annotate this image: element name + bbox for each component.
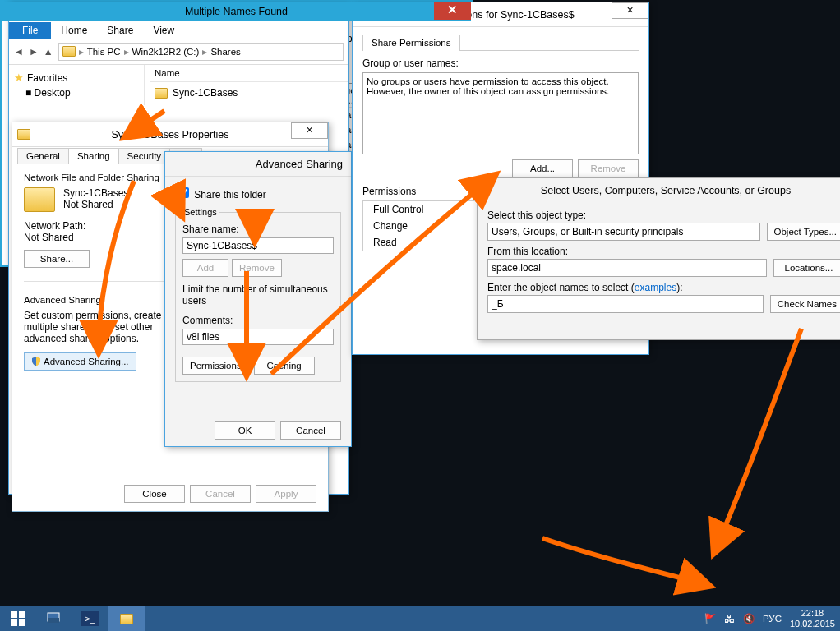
menu-share[interactable]: Share <box>97 22 143 39</box>
menu-home[interactable]: Home <box>51 22 97 39</box>
share-folder-checkbox[interactable]: Share this folder <box>175 189 266 200</box>
tray-clock[interactable]: 22:1810.02.2015 <box>790 608 835 629</box>
share-name: Sync-1CBases <box>63 187 128 199</box>
explorer-taskbar-icon[interactable] <box>108 606 145 631</box>
svg-rect-21 <box>19 619 25 626</box>
tray-lang[interactable]: РУС <box>763 614 782 624</box>
share-status: Not Shared <box>63 199 128 210</box>
breadcrumb-drive[interactable]: Win2k12R2 (C:) <box>132 47 200 57</box>
loc-label: From this location: <box>487 246 840 257</box>
objtype-label: Select this object type: <box>487 210 840 221</box>
tab-share-perm[interactable]: Share Permissions <box>362 35 460 51</box>
limit-label: Limit the number of simultaneous users <box>182 283 334 306</box>
column-name[interactable]: Name <box>150 65 348 82</box>
folder-icon <box>24 187 55 212</box>
breadcrumb-pc[interactable]: This PC <box>87 47 121 57</box>
close-button[interactable]: × <box>291 122 328 139</box>
shield-icon <box>31 357 41 366</box>
share-name-input[interactable] <box>182 237 334 254</box>
enter-label: Enter the object names to select <box>487 282 628 293</box>
loc-field <box>487 259 767 277</box>
select-users-dialog: Select Users, Computers, Service Account… <box>477 177 840 340</box>
advanced-sharing-dialog: Advanced Sharing Share this folder Setti… <box>164 151 352 447</box>
close-btn[interactable]: Close <box>124 485 185 503</box>
nav-up-icon[interactable]: ▲ <box>44 46 53 58</box>
svg-text:>_: >_ <box>85 614 95 624</box>
tray-network-icon[interactable]: 🖧 <box>724 613 735 625</box>
group-label: Group or user names: <box>362 58 639 69</box>
powershell-icon[interactable]: >_ <box>72 606 108 631</box>
tray-flag-icon[interactable]: 🚩 <box>704 613 716 624</box>
svg-rect-18 <box>11 611 17 618</box>
file-name: Sync-1CBases <box>173 87 238 99</box>
tab-general[interactable]: General <box>17 148 69 164</box>
adv-title: Advanced Sharing <box>165 152 351 177</box>
adv-desc: Set custom permissions, create multiple … <box>24 310 164 344</box>
cancel-btn[interactable]: Cancel <box>190 485 251 503</box>
add-button[interactable]: Add... <box>512 159 573 177</box>
advanced-sharing-button[interactable]: Advanced Sharing... <box>24 352 136 371</box>
selusers-title: Select Users, Computers, Service Account… <box>478 178 840 203</box>
objtype-field <box>487 223 760 241</box>
comments-input[interactable] <box>182 329 334 345</box>
nav-fwd-icon[interactable]: ► <box>29 46 39 58</box>
group-list[interactable]: No groups or users have permission to ac… <box>362 72 639 154</box>
address-bar[interactable]: ▸ This PC ▸ Win2k12R2 (C:) ▸ Shares <box>58 43 344 61</box>
props-title: Sync-1CBases Properties <box>111 129 228 140</box>
caching-btn[interactable]: Caching <box>254 357 315 375</box>
remove-button[interactable]: Remove <box>578 159 639 177</box>
star-icon: ★ <box>14 71 24 84</box>
object-types-btn[interactable]: Object Types... <box>767 223 841 241</box>
tab-security[interactable]: Security <box>118 148 171 164</box>
remove-share-btn[interactable]: Remove <box>232 259 282 277</box>
comments-label: Comments: <box>182 315 334 326</box>
share-button[interactable]: Share... <box>24 250 90 268</box>
start-button[interactable] <box>0 606 36 631</box>
cancel-btn[interactable]: Cancel <box>280 421 341 440</box>
settings-label: Settings <box>182 207 219 217</box>
add-share-btn[interactable]: Add <box>182 259 228 277</box>
nav-desktop[interactable]: Desktop <box>35 87 71 99</box>
close-button[interactable]: ✕ <box>434 2 471 20</box>
folder-icon <box>17 129 30 140</box>
check-names-btn[interactable]: Check Names <box>770 295 840 313</box>
multi-title: Multiple Names Found <box>185 6 288 17</box>
svg-rect-20 <box>11 619 17 626</box>
file-row[interactable]: Sync-1CBases <box>150 82 348 104</box>
svg-rect-23 <box>48 618 59 623</box>
breadcrumb-folder[interactable]: Shares <box>210 47 240 57</box>
apply-btn[interactable]: Apply <box>256 485 316 503</box>
file-tab[interactable]: File <box>9 22 51 39</box>
nav-back-icon[interactable]: ◄ <box>14 46 24 58</box>
nav-favorites[interactable]: Favorites <box>27 72 67 84</box>
folder-icon <box>62 46 76 57</box>
objectnames-input[interactable] <box>487 295 764 313</box>
taskbar: >_ 🚩 🖧 🔇 РУС 22:1810.02.2015 <box>0 606 840 631</box>
server-manager-icon[interactable] <box>36 606 72 631</box>
menu-view[interactable]: View <box>143 22 184 39</box>
tab-sharing[interactable]: Sharing <box>68 148 119 164</box>
svg-rect-19 <box>19 611 25 618</box>
permissions-btn[interactable]: Permissions <box>182 357 249 375</box>
ok-btn[interactable]: OK <box>215 421 275 440</box>
share-name-label: Share name: <box>182 223 334 235</box>
close-button[interactable]: × <box>612 2 648 19</box>
tray-sound-icon[interactable]: 🔇 <box>743 613 755 624</box>
locations-btn[interactable]: Locations... <box>773 259 840 277</box>
examples-link[interactable]: examples <box>635 282 676 293</box>
folder-icon <box>155 88 168 99</box>
